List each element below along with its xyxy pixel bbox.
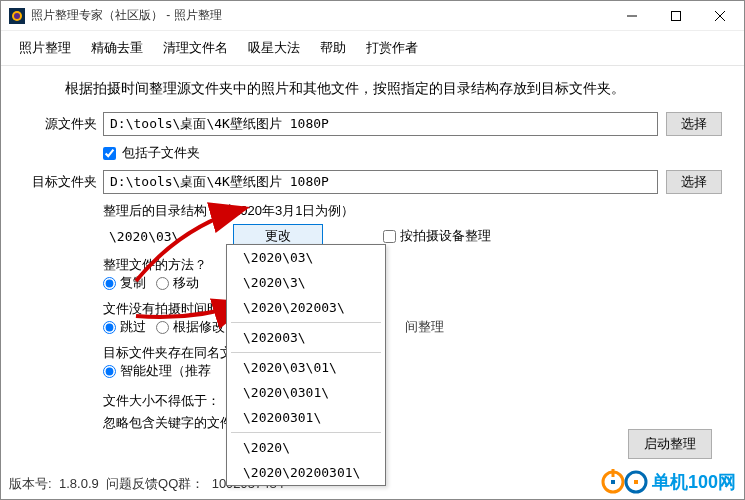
no-time-skip-label: 跳过 bbox=[120, 318, 146, 336]
close-button[interactable] bbox=[698, 1, 742, 31]
structure-dropdown: \2020\03\ \2020\3\ \2020\202003\ \202003… bbox=[226, 244, 386, 486]
qq-label: 问题反馈QQ群： bbox=[106, 476, 204, 491]
branding: 单机100网 bbox=[600, 469, 736, 495]
maximize-button[interactable] bbox=[654, 1, 698, 31]
version-label: 版本号: bbox=[9, 476, 52, 491]
method-move-radio[interactable] bbox=[156, 277, 169, 290]
menu-photo[interactable]: 照片整理 bbox=[9, 35, 81, 61]
svg-rect-4 bbox=[672, 11, 681, 20]
menu-bar: 照片整理 精确去重 清理文件名 吸星大法 帮助 打赏作者 bbox=[1, 31, 744, 66]
source-input[interactable] bbox=[103, 112, 658, 136]
svg-point-2 bbox=[14, 13, 20, 19]
structure-option[interactable]: \202003\ bbox=[227, 325, 385, 350]
no-time-partial-text: 间整理 bbox=[405, 318, 444, 336]
window-title: 照片整理专家（社区版） - 照片整理 bbox=[31, 7, 610, 24]
structure-option[interactable]: \2020\03\ bbox=[227, 245, 385, 270]
structure-heading: 整理后的目录结构（以2020年3月1日为例） bbox=[103, 202, 722, 220]
target-browse-button[interactable]: 选择 bbox=[666, 170, 722, 194]
no-time-mod-radio[interactable] bbox=[156, 321, 169, 334]
structure-option[interactable]: \2020\3\ bbox=[227, 270, 385, 295]
include-subfolder-label: 包括子文件夹 bbox=[122, 144, 200, 162]
method-move-label: 移动 bbox=[173, 274, 199, 292]
dropdown-separator bbox=[231, 352, 381, 353]
structure-option[interactable]: \2020\03\01\ bbox=[227, 355, 385, 380]
intro-text: 根据拍摄时间整理源文件夹中的照片和其他文件，按照指定的目录结构存放到目标文件夹。 bbox=[23, 80, 722, 112]
brand-logo-icon bbox=[600, 469, 648, 495]
source-label: 源文件夹 bbox=[23, 115, 97, 133]
menu-donate[interactable]: 打赏作者 bbox=[356, 35, 428, 61]
minimize-button[interactable] bbox=[610, 1, 654, 31]
dropdown-separator bbox=[231, 322, 381, 323]
by-device-checkbox[interactable] bbox=[383, 230, 396, 243]
menu-help[interactable]: 帮助 bbox=[310, 35, 356, 61]
structure-option[interactable]: \20200301\ bbox=[227, 405, 385, 430]
menu-dedupe[interactable]: 精确去重 bbox=[81, 35, 153, 61]
target-label: 目标文件夹 bbox=[23, 173, 97, 191]
method-copy-label: 复制 bbox=[120, 274, 146, 292]
no-time-mod-label: 根据修改 bbox=[173, 318, 225, 336]
method-copy-radio[interactable] bbox=[103, 277, 116, 290]
include-subfolder-checkbox[interactable] bbox=[103, 147, 116, 160]
structure-option[interactable]: \2020\202003\ bbox=[227, 295, 385, 320]
no-time-heading: 文件没有拍摄时间时？ bbox=[103, 300, 722, 318]
by-device-label: 按拍摄设备整理 bbox=[400, 227, 491, 245]
menu-clean-filename[interactable]: 清理文件名 bbox=[153, 35, 238, 61]
start-button[interactable]: 启动整理 bbox=[628, 429, 712, 459]
structure-current: \2020\03\ bbox=[103, 229, 233, 244]
svg-rect-13 bbox=[634, 480, 638, 484]
same-name-smart-radio[interactable] bbox=[103, 365, 116, 378]
structure-option[interactable]: \2020\0301\ bbox=[227, 380, 385, 405]
same-name-heading: 目标文件夹存在同名文 bbox=[103, 344, 722, 362]
version-value: 1.8.0.9 bbox=[59, 476, 99, 491]
size-heading: 文件大小不得低于： bbox=[103, 392, 722, 410]
source-browse-button[interactable]: 选择 bbox=[666, 112, 722, 136]
method-heading: 整理文件的方法？ bbox=[103, 256, 722, 274]
no-time-skip-radio[interactable] bbox=[103, 321, 116, 334]
structure-option[interactable]: \2020\ bbox=[227, 435, 385, 460]
brand-text: 单机100网 bbox=[652, 470, 736, 494]
same-name-smart-label: 智能处理（推荐 bbox=[120, 362, 211, 380]
svg-rect-11 bbox=[611, 480, 615, 484]
app-icon bbox=[9, 8, 25, 24]
menu-absorb[interactable]: 吸星大法 bbox=[238, 35, 310, 61]
structure-option[interactable]: \2020\20200301\ bbox=[227, 460, 385, 485]
target-input[interactable] bbox=[103, 170, 658, 194]
dropdown-separator bbox=[231, 432, 381, 433]
